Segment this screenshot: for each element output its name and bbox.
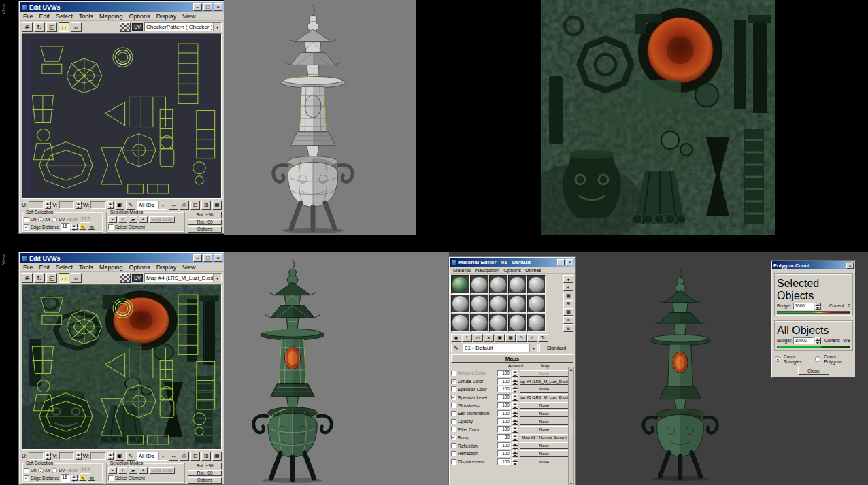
menu-select[interactable]: Select	[56, 264, 73, 271]
grow-selection-icon[interactable]: +	[139, 216, 148, 223]
edge-loop-button[interactable]: Edge Loop	[149, 216, 175, 223]
amount-spinner[interactable]	[512, 434, 518, 441]
freeform-tool-icon[interactable]: ▱	[59, 22, 69, 32]
brush-icon[interactable]: ✎	[126, 452, 135, 461]
w-spinner[interactable]	[107, 452, 114, 460]
rotate-tool-icon[interactable]: ↻	[34, 273, 45, 283]
menu-mapping[interactable]: Mapping	[99, 264, 123, 271]
material-slot[interactable]	[470, 275, 488, 294]
uv-editor-canvas[interactable]	[22, 33, 222, 199]
options-button[interactable]: Options	[188, 226, 222, 233]
all-budget-field[interactable]: 10000	[793, 337, 814, 344]
make-copy-icon[interactable]: ▣	[495, 334, 505, 342]
material-slot[interactable]	[451, 275, 469, 294]
menu-select[interactable]: Select	[56, 13, 73, 20]
material-type-button[interactable]: Standard	[539, 344, 573, 352]
material-slot[interactable]	[508, 314, 527, 332]
menu-options[interactable]: Options	[129, 13, 150, 20]
amount-spinner[interactable]	[512, 394, 518, 401]
options-button[interactable]: Options	[188, 477, 222, 484]
zoom-icon[interactable]: ◎	[180, 201, 189, 210]
map-checkbox[interactable]: ✓	[451, 379, 456, 384]
material-slot[interactable]	[451, 295, 469, 313]
map-button[interactable]: Map #1 ( Normal Bump )	[520, 434, 569, 441]
amount-spinner[interactable]	[512, 378, 518, 385]
menu-file[interactable]: File	[23, 13, 33, 20]
material-slot[interactable]	[489, 275, 507, 294]
amount-field[interactable]: 100	[497, 450, 511, 457]
amount-spinner[interactable]	[512, 450, 518, 457]
menu-edit[interactable]: Edit	[39, 264, 50, 271]
rotate-minus90-button[interactable]: Rot. -90	[188, 219, 222, 226]
grow-selection-icon[interactable]: +	[139, 467, 148, 474]
chevron-down-icon[interactable]: ▼	[158, 452, 167, 460]
u-spinner[interactable]	[45, 452, 51, 460]
map-button[interactable]: None	[520, 458, 569, 465]
edge-distance-checkbox[interactable]: ✓	[24, 224, 29, 230]
map-button[interactable]: None	[520, 426, 569, 433]
chevron-down-icon[interactable]: ▼	[158, 201, 167, 209]
amount-spinner[interactable]	[512, 426, 518, 433]
amount-field[interactable]: 100	[497, 386, 511, 392]
title-bar[interactable]: Material Editor - 01 - Default – ×	[450, 258, 575, 267]
falloff-field[interactable]: 16.0	[80, 216, 90, 223]
snap-icon[interactable]: ▦	[212, 201, 222, 210]
pan-icon[interactable]: ↔	[169, 452, 178, 461]
material-slot[interactable]	[489, 314, 507, 332]
close-icon[interactable]: ×	[214, 3, 222, 11]
material-id-dropdown[interactable]: All IDs ▼	[137, 201, 167, 210]
u-field[interactable]	[29, 452, 44, 460]
amount-field[interactable]: 30	[497, 434, 511, 441]
edge-mode-icon[interactable]: /	[118, 467, 127, 474]
close-button[interactable]: Close	[798, 367, 829, 375]
u-spinner[interactable]	[45, 201, 51, 209]
select-element-checkbox[interactable]	[108, 475, 114, 481]
title-bar[interactable]: Edit UVWs – □ ×	[20, 253, 224, 263]
amount-spinner[interactable]	[512, 410, 518, 417]
minimize-icon[interactable]: –	[557, 259, 565, 265]
material-slot[interactable]	[470, 314, 488, 332]
show-map-in-viewport-icon[interactable]: ▦	[505, 334, 516, 342]
go-to-parent-icon[interactable]: ↰	[516, 334, 527, 342]
zoom-extents-icon[interactable]: ⊞	[201, 452, 211, 461]
amount-field[interactable]: 100	[497, 394, 511, 401]
v-spinner[interactable]	[76, 201, 82, 209]
maximize-icon[interactable]: □	[203, 3, 212, 11]
scrollbar[interactable]: ▲ ▼	[568, 367, 574, 485]
amount-spinner[interactable]	[512, 370, 518, 377]
maps-rollout-header[interactable]: Maps	[451, 354, 573, 363]
scroll-up-icon[interactable]: ▲	[569, 367, 573, 371]
edge-distance-spinner[interactable]	[71, 475, 78, 481]
edge-distance-spinner[interactable]	[71, 224, 78, 230]
edge-distance-field[interactable]: 16	[61, 474, 70, 482]
map-checkbox[interactable]	[451, 459, 456, 465]
edge-loop-button[interactable]: Edge Loop	[149, 467, 175, 474]
material-slot[interactable]	[489, 295, 507, 313]
uv-space-label[interactable]: UV	[132, 274, 143, 282]
put-material-icon[interactable]: ↥	[462, 334, 472, 342]
material-slot[interactable]	[470, 295, 488, 313]
pick-from-object-icon[interactable]: ✎	[451, 344, 461, 352]
close-icon[interactable]: ×	[846, 263, 854, 269]
rotate-plus90-button[interactable]: Rot. +90	[188, 212, 222, 218]
amount-field[interactable]: 100	[497, 418, 511, 425]
amount-field[interactable]: 100	[497, 426, 511, 433]
brush-icon[interactable]: ✎	[126, 201, 135, 210]
menu-view[interactable]: View	[182, 13, 195, 20]
viewport-untextured-model[interactable]	[224, 0, 416, 235]
map-checkbox[interactable]	[451, 403, 456, 408]
mirror-tool-icon[interactable]: ⇔	[71, 273, 82, 283]
maximize-icon[interactable]: □	[203, 254, 212, 262]
v-field[interactable]	[59, 201, 74, 209]
material-slot[interactable]	[508, 295, 527, 313]
material-name-dropdown[interactable]: 01 - Default ▼	[463, 344, 538, 352]
amount-spinner[interactable]	[512, 442, 518, 449]
title-bar[interactable]: Polygon Count ×	[772, 261, 855, 269]
select-element-checkbox[interactable]	[108, 224, 114, 230]
amount-field[interactable]: 100	[497, 442, 511, 449]
map-checkbox[interactable]	[451, 451, 456, 456]
menu-display[interactable]: Display	[156, 13, 177, 20]
selected-budget-field[interactable]: 1000	[793, 303, 814, 310]
rotate-tool-icon[interactable]: ↻	[34, 22, 45, 32]
count-triangles-radio[interactable]: ●	[775, 356, 780, 362]
